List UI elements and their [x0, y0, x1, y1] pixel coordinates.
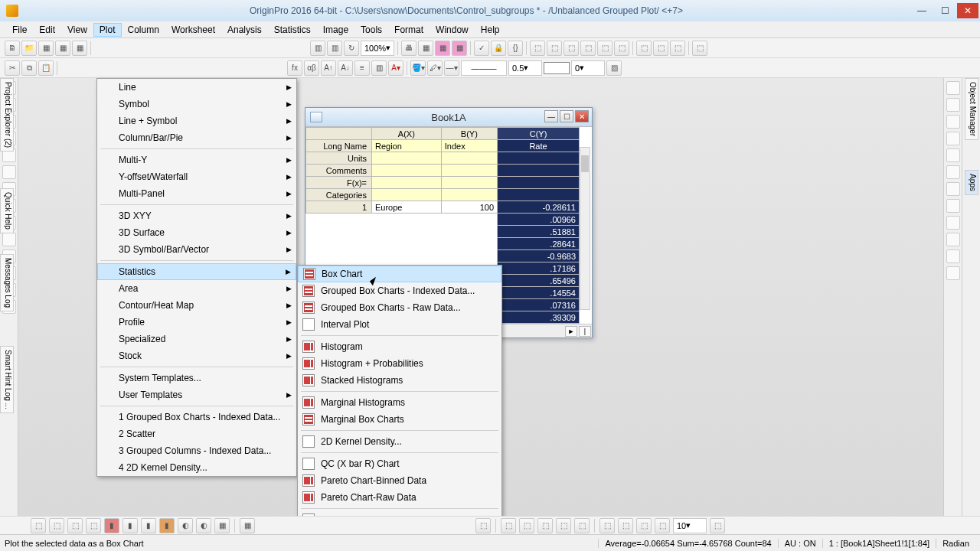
r-btn-11[interactable] — [946, 249, 960, 263]
plot-column-bar-pie[interactable]: Column/Bar/Pie▶ — [97, 129, 296, 146]
cell-c2[interactable]: .00966 — [498, 214, 580, 226]
project-explorer-tab[interactable]: Project Explorer (2) — [0, 78, 14, 152]
hscroll-right[interactable]: ► — [565, 326, 577, 337]
r-btn-10[interactable] — [946, 233, 960, 246]
gt-20[interactable]: ⬚ — [618, 518, 633, 533]
r-btn-7[interactable] — [946, 182, 960, 196]
plot-user-templates[interactable]: User Templates▶ — [97, 386, 296, 403]
gt-18[interactable]: ⬚ — [574, 518, 590, 533]
gt-21[interactable]: ⬚ — [636, 518, 652, 533]
color-swatch[interactable] — [544, 62, 570, 74]
stats-box-chart[interactable]: Box Chart — [298, 266, 501, 282]
open-template-button[interactable]: ▥ — [310, 41, 325, 56]
line-color-button[interactable]: 🖊▾ — [427, 60, 443, 76]
code-builder-button[interactable]: {} — [508, 41, 523, 56]
stats-histogram[interactable]: Histogram — [298, 338, 501, 355]
menu-image[interactable]: Image — [317, 23, 354, 37]
stats-qc-chart[interactable]: QC (X bar R) Chart — [298, 455, 501, 472]
menu-edit[interactable]: Edit — [33, 23, 61, 37]
cell-c8[interactable]: .14554 — [498, 287, 580, 299]
gt-4[interactable]: ⬚ — [86, 518, 101, 533]
cell-c4[interactable]: .28641 — [498, 238, 580, 250]
menu-file[interactable]: File — [6, 23, 33, 37]
r-btn-12[interactable] — [946, 266, 960, 280]
new-graph-button[interactable]: ▦ — [72, 41, 87, 56]
r-btn-8[interactable] — [946, 199, 960, 213]
units-b[interactable] — [441, 152, 497, 165]
units-c[interactable] — [498, 152, 580, 165]
menu-statistics[interactable]: Statistics — [268, 23, 317, 37]
btn-a[interactable]: ⬚ — [530, 41, 545, 56]
cell-c3[interactable]: .51881 — [498, 226, 580, 238]
plot-contour[interactable]: Contour/Heat Map▶ — [97, 297, 296, 314]
r-btn-9[interactable] — [946, 216, 960, 230]
plot-line-symbol[interactable]: Line + Symbol▶ — [97, 112, 296, 129]
gt-14[interactable]: ⬚ — [501, 518, 516, 533]
cell-c10[interactable]: .39309 — [498, 311, 580, 324]
alpha-button[interactable]: αβ — [304, 60, 319, 76]
plot-specialized[interactable]: Specialized▶ — [97, 331, 296, 347]
comments-c[interactable] — [498, 165, 580, 177]
import-button[interactable]: ▥ — [327, 41, 342, 56]
gt-15[interactable]: ⬚ — [519, 518, 534, 533]
text-color-button[interactable]: A▾ — [388, 60, 403, 76]
stats-pareto-raw[interactable]: Pareto Chart-Raw Data — [298, 489, 501, 506]
fill-button[interactable]: 🪣▾ — [410, 60, 426, 76]
batch-button[interactable]: ▦ — [452, 41, 467, 56]
cat-a[interactable] — [372, 189, 442, 201]
row-1[interactable]: 1 — [306, 201, 372, 214]
stats-histogram-prob[interactable]: Histogram + Probabilities — [298, 355, 501, 372]
quick-help-tab[interactable]: Quick Help — [0, 188, 14, 233]
workbook-min-button[interactable]: — — [544, 110, 558, 122]
gt-1[interactable]: ⬚ — [31, 518, 46, 533]
btn-f[interactable]: ⬚ — [614, 41, 629, 56]
line-tool[interactable] — [2, 233, 16, 246]
gt-5[interactable]: ▮ — [104, 518, 119, 533]
plot-symbol[interactable]: Symbol▶ — [97, 96, 296, 112]
line-width-dropdown[interactable]: 0.5 ▾ — [508, 60, 542, 76]
col-header-c[interactable]: C(Y) — [498, 128, 580, 140]
longname-c[interactable]: Rate — [498, 140, 580, 152]
gt-8[interactable]: ▮ — [159, 518, 175, 533]
r-btn-1[interactable] — [946, 81, 960, 95]
font-dec-button[interactable]: A↓ — [338, 60, 353, 76]
plot-3dsurface[interactable]: 3D Surface▶ — [97, 224, 296, 241]
col-button[interactable]: ▥ — [371, 60, 387, 76]
col-header-a[interactable]: A(X) — [372, 128, 442, 140]
btn-d[interactable]: ⬚ — [580, 41, 596, 56]
fx-button[interactable]: fx — [287, 60, 302, 76]
gt-12[interactable]: ▦ — [240, 518, 255, 533]
r-btn-4[interactable] — [946, 132, 960, 145]
font-size-dropdown[interactable]: 10 ▾ — [673, 518, 707, 533]
workbook-close-button[interactable]: ✕ — [575, 110, 589, 122]
gt-3[interactable]: ⬚ — [67, 518, 83, 533]
new-project-button[interactable]: 🗎 — [5, 41, 20, 56]
font-inc-button[interactable]: A↑ — [321, 60, 336, 76]
plot-line[interactable]: Line▶ — [97, 79, 296, 96]
layout-button[interactable]: ▦ — [418, 41, 433, 56]
gt-6[interactable]: ▮ — [122, 518, 138, 533]
plot-recent-4[interactable]: 4 2D Kernel Density... — [97, 459, 296, 476]
cell-c9[interactable]: .07316 — [498, 299, 580, 311]
cell-b1[interactable]: 100 — [441, 201, 497, 214]
workbook-max-button[interactable]: ☐ — [560, 110, 573, 122]
paste-button[interactable]: 📋 — [38, 60, 54, 76]
gt-9[interactable]: ◐ — [178, 518, 193, 533]
cell-c7[interactable]: .65496 — [498, 275, 580, 287]
gt-11[interactable]: ▦ — [214, 518, 230, 533]
menu-analysis[interactable]: Analysis — [221, 23, 268, 37]
r-btn-5[interactable] — [946, 148, 960, 162]
gt-7[interactable]: ▮ — [141, 518, 156, 533]
r-btn-6[interactable] — [946, 165, 960, 179]
status-au[interactable]: AU : ON — [778, 539, 822, 548]
minimize-button[interactable]: — — [911, 3, 933, 18]
fx-c[interactable] — [498, 177, 580, 189]
plot-profile[interactable]: Profile▶ — [97, 314, 296, 331]
line-preview[interactable]: ——— — [461, 60, 507, 76]
stats-pareto-binned[interactable]: Pareto Chart-Binned Data — [298, 472, 501, 489]
maximize-button[interactable]: ☐ — [934, 3, 956, 18]
btn-i[interactable]: ⬚ — [670, 41, 685, 56]
smart-hint-tab[interactable]: Smart Hint Log ... — [0, 346, 14, 413]
btn-j[interactable]: ⬚ — [692, 41, 707, 56]
row-longname[interactable]: Long Name — [306, 140, 372, 152]
